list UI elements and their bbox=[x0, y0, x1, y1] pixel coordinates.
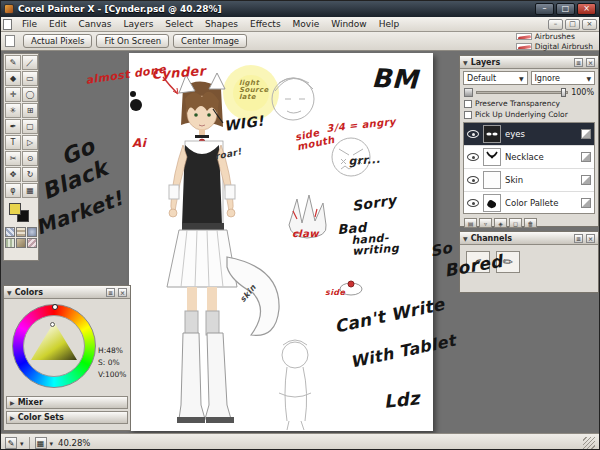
menu-shapes[interactable]: Shapes bbox=[199, 18, 244, 30]
color-wheel[interactable] bbox=[12, 304, 96, 388]
document-icon bbox=[3, 19, 12, 30]
collapse-arrow-icon[interactable] bbox=[7, 288, 12, 297]
composite-method-dropdown[interactable]: Default bbox=[463, 71, 528, 85]
grabber-tool[interactable]: ✥ bbox=[5, 167, 21, 182]
layer-adjuster-tool[interactable]: ✛ bbox=[5, 87, 21, 102]
chevron-down-icon[interactable] bbox=[20, 438, 24, 448]
brush-ghost-icon[interactable]: ✎ bbox=[5, 437, 17, 449]
pick-up-underlying-checkbox[interactable] bbox=[464, 111, 472, 119]
panel-close-icon[interactable]: × bbox=[118, 288, 127, 297]
layer-row-skin[interactable]: Skin bbox=[464, 169, 594, 192]
artwork-canvas[interactable] bbox=[129, 53, 433, 431]
pen-tool[interactable]: ✒ bbox=[5, 119, 21, 134]
menu-effects[interactable]: Effects bbox=[244, 18, 287, 30]
preserve-transparency-checkbox[interactable] bbox=[464, 100, 472, 108]
mixer-section-bar[interactable]: Mixer bbox=[6, 396, 128, 409]
handwritten-note: Go bbox=[58, 135, 98, 169]
look-selector-icon[interactable] bbox=[16, 238, 26, 248]
visibility-eye-icon[interactable] bbox=[467, 176, 479, 184]
layer-row-necklace[interactable]: Necklace bbox=[464, 146, 594, 169]
color-sets-section-bar[interactable]: Color Sets bbox=[6, 411, 128, 424]
delete-layer-button[interactable]: 🗑 bbox=[524, 218, 537, 228]
center-image-button[interactable]: Center Image bbox=[173, 34, 247, 48]
visibility-eye-icon[interactable] bbox=[467, 199, 479, 207]
opacity-slider[interactable] bbox=[476, 91, 568, 94]
paper-selector-icon[interactable] bbox=[5, 227, 15, 237]
hue-marker[interactable] bbox=[52, 304, 58, 310]
panel-close-icon[interactable]: × bbox=[586, 234, 595, 243]
perspective-grid-tool[interactable]: ▦ bbox=[22, 183, 38, 198]
workspace: ✎／◆▭✛◯✳⊞✒▢T▷✂⊙✥↻φ▦ bbox=[1, 51, 600, 433]
channels-panel-header[interactable]: Channels ≡ × bbox=[460, 232, 598, 245]
menu-canvas[interactable]: Canvas bbox=[73, 18, 118, 30]
value-value: V:100% bbox=[98, 370, 127, 379]
collapse-arrow-icon[interactable] bbox=[463, 234, 468, 243]
menu-select[interactable]: Select bbox=[159, 18, 199, 30]
chevron-down-icon[interactable] bbox=[50, 438, 54, 448]
new-liquid-ink-layer-button[interactable]: ◈ bbox=[494, 218, 507, 228]
doc-close-button[interactable] bbox=[582, 19, 597, 30]
scissors-tool[interactable]: ✂ bbox=[5, 151, 21, 166]
tracker-icon[interactable]: ▦ bbox=[35, 437, 47, 449]
pattern-selector-icon[interactable] bbox=[27, 227, 37, 237]
panel-menu-icon[interactable]: ≡ bbox=[574, 234, 583, 243]
eraser-tool[interactable]: ▭ bbox=[22, 71, 38, 86]
channel-brush-icon[interactable]: ✒ bbox=[466, 251, 490, 273]
composite-depth-dropdown[interactable]: Ignore bbox=[531, 71, 596, 85]
visibility-eye-icon[interactable] bbox=[467, 130, 479, 138]
lasso-tool[interactable]: ◯ bbox=[22, 87, 38, 102]
main-character bbox=[167, 73, 279, 423]
close-button[interactable] bbox=[577, 3, 596, 15]
magic-wand-tool[interactable]: ✳ bbox=[5, 103, 21, 118]
menu-movie[interactable]: Movie bbox=[287, 18, 326, 30]
gradient-selector-icon[interactable] bbox=[16, 227, 26, 237]
panel-menu-icon[interactable]: ≡ bbox=[574, 58, 583, 67]
menu-file[interactable]: File bbox=[16, 18, 43, 30]
channel-pen-icon[interactable]: ✎ bbox=[496, 251, 520, 273]
panel-close-icon[interactable]: × bbox=[586, 58, 595, 67]
menu-window[interactable]: Window bbox=[325, 18, 373, 30]
weave-selector-icon[interactable] bbox=[5, 238, 15, 248]
magnifier-tool[interactable]: ⊙ bbox=[22, 151, 38, 166]
maximize-button[interactable] bbox=[556, 3, 575, 15]
text-tool[interactable]: T bbox=[5, 135, 21, 150]
brush-variant-label: Digital Airbrush bbox=[535, 42, 593, 51]
paint-bucket-tool[interactable]: ◆ bbox=[5, 71, 21, 86]
visibility-eye-icon[interactable] bbox=[467, 153, 479, 161]
collapse-arrow-icon[interactable] bbox=[463, 58, 468, 67]
property-bar: Actual Pixels Fit On Screen Center Image… bbox=[1, 32, 599, 51]
shape-selection-tool[interactable]: ▷ bbox=[22, 135, 38, 150]
fit-on-screen-button[interactable]: Fit On Screen bbox=[96, 34, 169, 48]
menu-layers[interactable]: Layers bbox=[118, 18, 160, 30]
layer-mask-button[interactable]: ◻ bbox=[509, 218, 522, 228]
nozzle-selector-icon[interactable] bbox=[27, 238, 37, 248]
layer-row-color-pallete[interactable]: Color Pallete bbox=[464, 192, 594, 214]
sv-marker[interactable] bbox=[50, 322, 55, 327]
divine-proportion-tool[interactable]: φ bbox=[5, 183, 21, 198]
layer-thumbnail bbox=[483, 125, 501, 143]
rotate-page-tool[interactable]: ↻ bbox=[22, 167, 38, 182]
panel-menu-icon[interactable]: ≡ bbox=[106, 288, 115, 297]
new-layer-button[interactable]: ▤ bbox=[464, 218, 477, 228]
brush-tool[interactable]: ✎ bbox=[5, 55, 21, 70]
actual-pixels-button[interactable]: Actual Pixels bbox=[23, 34, 92, 48]
brush-category-selector[interactable]: Airbrushes bbox=[516, 32, 593, 41]
side-sketches bbox=[272, 78, 370, 430]
new-watercolor-layer-button[interactable]: ▿ bbox=[479, 218, 492, 228]
opacity-slider-thumb[interactable] bbox=[561, 88, 566, 97]
rect-shape-tool[interactable]: ▢ bbox=[22, 119, 38, 134]
layer-row-eyes[interactable]: eyes bbox=[464, 123, 594, 146]
menu-help[interactable]: Help bbox=[373, 18, 406, 30]
doc-restore-button[interactable] bbox=[565, 19, 580, 30]
doc-minimize-button[interactable] bbox=[548, 19, 563, 30]
resize-grip[interactable] bbox=[583, 437, 595, 449]
colors-panel-header[interactable]: Colors ≡ × bbox=[4, 286, 130, 299]
minimize-button[interactable] bbox=[535, 3, 554, 15]
dropper-tool[interactable]: ／ bbox=[22, 55, 38, 70]
brush-variant-selector[interactable]: Digital Airbrush bbox=[516, 42, 593, 51]
layers-panel-header[interactable]: Layers ≡ × bbox=[460, 56, 598, 69]
menu-edit[interactable]: Edit bbox=[43, 18, 72, 30]
crop-tool[interactable]: ⊞ bbox=[22, 103, 38, 118]
front-color-swatch[interactable] bbox=[9, 203, 21, 215]
opacity-icon bbox=[464, 88, 473, 97]
